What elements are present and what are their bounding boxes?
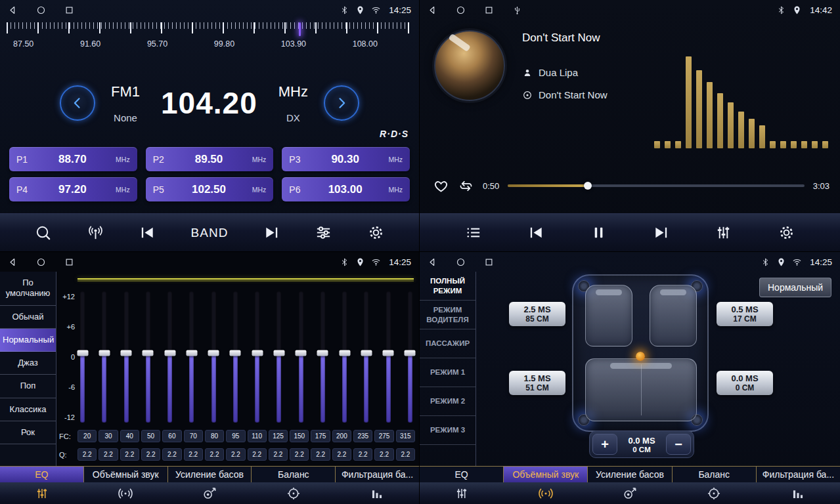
listening-mode-item[interactable]: ПАССАЖИР — [420, 329, 475, 358]
back-icon[interactable] — [428, 257, 437, 267]
audio-tab[interactable]: Фильтрация ба... — [336, 467, 419, 482]
favorite-icon[interactable] — [433, 178, 449, 194]
home-icon[interactable] — [36, 5, 46, 15]
eq-band-slider[interactable] — [165, 291, 175, 423]
frequency-scale[interactable]: 87.5091.6095.7099.80103.90108.00 — [7, 22, 412, 56]
eq-slider-thumb[interactable] — [273, 350, 284, 356]
audio-tab[interactable]: Баланс — [673, 467, 757, 482]
delay-decrease-button[interactable]: − — [666, 434, 691, 455]
back-icon[interactable] — [428, 5, 437, 15]
pause-icon[interactable] — [590, 224, 608, 242]
eq-band-slider[interactable] — [77, 291, 87, 423]
balance-tab-icon[interactable] — [252, 482, 336, 504]
broadcast-icon[interactable] — [87, 224, 104, 242]
audio-tab[interactable]: Объёмный звук — [504, 467, 588, 482]
balance-tab-icon[interactable] — [672, 482, 756, 504]
eq-slider-thumb[interactable] — [405, 350, 416, 356]
next-track-icon[interactable] — [652, 224, 670, 242]
listening-mode-item[interactable]: РЕЖИМ 1 — [420, 358, 475, 387]
eq-preset-item[interactable]: Классика — [0, 398, 56, 421]
eq-slider-thumb[interactable] — [339, 350, 350, 356]
eq-band-slider[interactable] — [252, 291, 262, 423]
eq-tab-icon[interactable] — [0, 482, 84, 504]
eq-band-slider[interactable] — [187, 291, 196, 423]
audio-settings-icon[interactable] — [315, 224, 332, 242]
scan-icon[interactable] — [34, 224, 52, 242]
eq-preset-item[interactable]: Рок — [0, 421, 56, 444]
eq-preset-item[interactable]: Поп — [0, 375, 56, 398]
delay-increase-button[interactable]: + — [592, 434, 617, 455]
eq-preset-item[interactable]: Обычай — [0, 306, 56, 329]
eq-slider-thumb[interactable] — [208, 350, 219, 356]
surround-preset-button[interactable]: Нормальный — [759, 278, 831, 297]
eq-slider-thumb[interactable] — [164, 350, 175, 356]
bass-boost-tab-icon[interactable] — [167, 482, 252, 504]
tune-up-button[interactable] — [324, 85, 359, 121]
eq-tab-icon[interactable] — [420, 482, 504, 504]
listening-mode-item[interactable]: РЕЖИМ 2 — [420, 387, 475, 416]
preset-button[interactable]: P1 88.70 MHz — [9, 147, 137, 171]
filter-tab-icon[interactable] — [335, 482, 419, 504]
eq-slider-thumb[interactable] — [361, 350, 372, 356]
eq-band-slider[interactable] — [274, 291, 284, 423]
eq-slider-thumb[interactable] — [296, 350, 307, 356]
recents-icon[interactable] — [484, 5, 494, 15]
recents-icon[interactable] — [484, 257, 494, 267]
front-right-delay-chip[interactable]: 0.5 MS 17 CM — [717, 302, 773, 326]
eq-band-slider[interactable] — [384, 291, 393, 423]
settings-gear-icon[interactable] — [367, 224, 385, 242]
preset-button[interactable]: P2 89.50 MHz — [146, 147, 274, 171]
eq-band-slider[interactable] — [405, 291, 415, 423]
band-button[interactable]: BAND — [191, 226, 229, 240]
eq-slider-thumb[interactable] — [99, 350, 110, 356]
audio-tab[interactable]: Фильтрация ба... — [757, 467, 840, 482]
eq-preset-item[interactable]: Нормальный — [0, 329, 56, 352]
eq-slider-thumb[interactable] — [143, 350, 154, 356]
eq-band-slider[interactable] — [99, 291, 109, 423]
settings-gear-icon[interactable] — [778, 224, 795, 242]
listening-mode-item[interactable]: РЕЖИМ 3 — [420, 416, 475, 445]
bass-boost-tab-icon[interactable] — [588, 482, 672, 504]
rear-right-delay-chip[interactable]: 0.0 MS 0 CM — [717, 371, 773, 395]
eq-slider-thumb[interactable] — [252, 350, 263, 356]
home-icon[interactable] — [456, 257, 466, 267]
audio-tab[interactable]: Усиление басов — [168, 467, 252, 482]
eq-band-slider[interactable] — [318, 291, 328, 423]
previous-track-icon[interactable] — [527, 224, 545, 242]
home-icon[interactable] — [456, 5, 466, 15]
eq-band-slider[interactable] — [361, 291, 371, 423]
eq-band-slider[interactable] — [209, 291, 219, 423]
front-left-delay-chip[interactable]: 2.5 MS 85 CM — [509, 302, 565, 326]
eq-slider-thumb[interactable] — [186, 350, 197, 356]
repeat-icon[interactable] — [458, 178, 474, 194]
audio-tab[interactable]: Баланс — [252, 467, 336, 482]
surround-tab-icon[interactable] — [504, 482, 588, 504]
playlist-icon[interactable] — [464, 224, 482, 242]
tune-down-button[interactable] — [60, 85, 95, 121]
audio-tab[interactable]: Усиление басов — [588, 467, 672, 482]
eq-preset-item[interactable]: Джаз — [0, 352, 56, 375]
rear-left-delay-chip[interactable]: 1.5 MS 51 CM — [509, 371, 565, 395]
eq-slider-thumb[interactable] — [383, 350, 394, 356]
recents-icon[interactable] — [64, 5, 74, 15]
audio-tab[interactable]: EQ — [0, 467, 84, 482]
eq-band-slider[interactable] — [143, 291, 153, 423]
eq-band-slider[interactable] — [231, 291, 240, 423]
back-icon[interactable] — [8, 5, 18, 15]
eq-slider-thumb[interactable] — [230, 350, 241, 356]
progress-bar[interactable] — [508, 184, 804, 187]
preset-button[interactable]: P6 103.00 MHz — [282, 177, 410, 201]
preset-button[interactable]: P5 102.50 MHz — [146, 177, 274, 201]
filter-tab-icon[interactable] — [756, 482, 840, 504]
eq-slider-thumb[interactable] — [77, 350, 88, 356]
recents-icon[interactable] — [64, 257, 74, 267]
eq-slider-thumb[interactable] — [121, 350, 132, 356]
equalizer-icon[interactable] — [715, 224, 732, 242]
previous-station-icon[interactable] — [139, 224, 156, 242]
eq-band-slider[interactable] — [340, 291, 349, 423]
eq-slider-thumb[interactable] — [317, 350, 328, 356]
surround-tab-icon[interactable] — [84, 482, 168, 504]
listening-mode-item[interactable]: РЕЖИМ ВОДИТЕЛЯ — [420, 301, 475, 329]
home-icon[interactable] — [36, 257, 46, 267]
eq-preset-item[interactable]: По умолчанию — [0, 272, 56, 306]
